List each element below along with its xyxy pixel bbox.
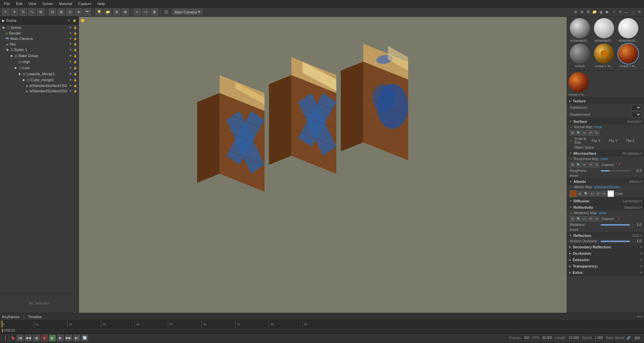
menu-view[interactable]: View — [26, 1, 39, 6]
displacement-dropdown[interactable] — [631, 112, 641, 117]
preview-thumb-ai2[interactable]: aiStandardS... — [593, 18, 615, 42]
tool-undo[interactable]: ↩ — [133, 8, 141, 16]
tree-lock-aisurface1[interactable]: 🔒 — [73, 84, 77, 88]
menu-scene[interactable]: Scene — [40, 1, 55, 6]
albedo-color-swatch[interactable] — [607, 190, 614, 197]
tree-item-cubemerge1[interactable]: ▶ ⊡ Cube_merge1 👁 🔒 — [0, 77, 79, 83]
tree-lock-render[interactable]: 🔒 — [73, 31, 77, 35]
tl-next-frame-btn[interactable]: ▶ — [57, 335, 64, 341]
tl-end-btn[interactable]: ▶| — [73, 335, 80, 341]
icon-check[interactable]: ✓ — [611, 9, 616, 15]
tree-eye-aisurface2[interactable]: 👁 — [69, 89, 73, 93]
tl-loop-btn[interactable]: 🔄 — [81, 335, 88, 341]
tree-eye-high[interactable]: 👁 — [69, 60, 73, 64]
tool-light[interactable]: 💡 — [95, 8, 103, 16]
transparency-header[interactable]: ▶ Transparency: ▾ — [567, 263, 644, 269]
tree-item-aisurface1[interactable]: ◈ aiStandardSurface1SG 👁 🔒 — [0, 83, 79, 88]
tree-lock-sky[interactable]: 🔒 — [73, 42, 77, 46]
tree-lock-low[interactable]: 🔒 — [73, 66, 77, 70]
tree-lock-lowpoly[interactable]: 🔒 — [73, 72, 77, 76]
tl-end-frame[interactable]: 300 — [633, 335, 642, 341]
tree-eye-cubemerge1[interactable]: 👁 — [69, 78, 73, 82]
tool-copy[interactable]: ⊞ — [113, 8, 120, 16]
tool-camera[interactable]: 📷 — [84, 8, 91, 16]
tool-snap[interactable]: ⊟ — [49, 8, 56, 16]
tree-item-high[interactable]: ⊡ High 👁 🔒 — [0, 59, 79, 65]
roughness-edit-btn[interactable]: ✏ — [582, 162, 587, 167]
tl-length-value[interactable]: 10.000 — [567, 335, 581, 340]
emissive-header[interactable]: ▶ Emissive: ▾ — [567, 257, 644, 263]
large-preview-sphere[interactable] — [568, 72, 589, 92]
icon-grid[interactable]: ⊞ — [579, 9, 585, 15]
tree-lock-bakegroup[interactable]: 🔒 — [73, 54, 77, 58]
normal-refresh-btn[interactable]: ↺ — [588, 130, 593, 136]
tree-item-aisurface2[interactable]: ◈ aiStandardSurface2SG 👁 🔒 — [0, 88, 79, 94]
tl-speed-value[interactable]: 1.000 — [593, 335, 605, 340]
roughness-slider[interactable] — [601, 170, 630, 172]
icon-folder2[interactable]: 📁 — [592, 9, 597, 15]
normal-clear-btn[interactable]: ✕ — [594, 130, 599, 136]
tree-lock-camera[interactable]: 🔒 — [73, 37, 77, 41]
tool-world[interactable]: ⊕ — [75, 8, 82, 16]
tree-eye-bakegroup[interactable]: 👁 — [69, 54, 73, 58]
tree-lock-scene[interactable]: 🔒 — [73, 26, 77, 30]
preview-thumb-default[interactable]: Default — [568, 44, 591, 68]
menu-file[interactable]: File — [1, 1, 13, 6]
tree-lock-aisurface2[interactable]: 🔒 — [73, 89, 77, 93]
tool-pivot[interactable]: ⊡ — [66, 8, 74, 16]
tl-prev-frame-btn[interactable]: ◀ — [33, 335, 40, 341]
roughness-settings-btn[interactable]: ⚙ — [570, 162, 575, 167]
tree-item-sky[interactable]: ☁ Sky 👁 🔒 — [0, 41, 79, 47]
albedo-thumb[interactable] — [570, 190, 576, 197]
camera-selector[interactable]: Main Camera ▾ — [172, 9, 203, 15]
preview-thumb-unreal2[interactable]: Unreal 4 Te... — [617, 44, 640, 68]
tree-eye-scene[interactable]: 👁 — [69, 26, 73, 30]
subdivision-dropdown[interactable] — [631, 105, 641, 110]
icon-restore[interactable]: □ — [630, 9, 636, 15]
menu-capture[interactable]: Capture — [76, 1, 94, 6]
tool-delete[interactable]: 🗑 — [151, 8, 158, 16]
roughness-refresh-btn[interactable]: ↺ — [588, 162, 593, 167]
tool-scale[interactable]: ⤡ — [28, 8, 36, 16]
reflection-section-header[interactable]: ▼ Reflection GGX ▾ — [567, 233, 644, 239]
tree-item-low[interactable]: ▶ ⊡ Low 👁 🔒 — [0, 65, 79, 71]
texture-section-header[interactable]: ▶ Texture — [567, 98, 644, 104]
tl-prev-btn[interactable]: ◀◀ — [25, 335, 32, 341]
metalness-channel-r[interactable]: R — [616, 217, 622, 221]
tree-item-scene[interactable]: ▶ ⬡ Scene 👁 🔒 — [0, 24, 79, 31]
tl-bookmark-btn[interactable]: 🔖 — [10, 335, 15, 341]
tree-lock-high[interactable]: 🔒 — [73, 60, 77, 64]
albedo-settings-btn[interactable]: ⚙ — [577, 191, 583, 196]
tree-lock-baker1[interactable]: 🔒 — [73, 48, 77, 52]
tree-eye-sky[interactable]: 👁 — [69, 42, 73, 46]
tl-frames-value[interactable]: 300 — [522, 335, 531, 340]
icon-minimize[interactable]: — — [624, 9, 629, 15]
tree-lock-cubemerge1[interactable]: 🔒 — [73, 78, 77, 82]
tl-start-btn[interactable]: |◀ — [17, 335, 24, 341]
preview-thumb-ai1[interactable]: aiStandardS... — [568, 18, 591, 42]
tl-next-btn[interactable]: ▶▶ — [65, 335, 72, 341]
tree-eye-render[interactable]: 👁 — [69, 31, 73, 35]
icon-close3[interactable]: ✕ — [637, 9, 642, 15]
icon-trash[interactable]: 🗑 — [598, 9, 604, 15]
occlusion-header[interactable]: ▶ Occlusion: ▾ — [567, 250, 644, 256]
tool-folder[interactable]: 📁 — [104, 8, 112, 16]
menu-edit[interactable]: Edit — [13, 1, 25, 6]
tree-item-render[interactable]: ⊙ Render 👁 🔒 — [0, 31, 79, 36]
preview-thumb-unreal1[interactable]: Unreal 4 Te... — [593, 44, 615, 68]
albedo-refresh-btn[interactable]: ↺ — [595, 191, 601, 196]
frame-current[interactable]: 1 — [2, 335, 9, 340]
timeline-drag-handle[interactable]: ⟺ — [637, 314, 642, 319]
tool-paste[interactable]: ⊠ — [122, 8, 129, 16]
reflectivity-section-header[interactable]: ▼ Reflectivity Metalness ▾ — [567, 204, 644, 210]
tree-item-baker1[interactable]: ▶ ⊡ Baker 1 👁 🔒 — [0, 47, 79, 53]
icon-close2[interactable]: ✕ — [617, 9, 623, 15]
tool-magnet[interactable]: ⊠ — [57, 8, 65, 16]
tool-transform[interactable]: ⊞ — [37, 8, 44, 16]
roughness-clear-btn[interactable]: ✕ — [594, 162, 599, 167]
secondary-reflection-header[interactable]: ▶ Secondary Reflection: ▾ — [567, 244, 644, 250]
diffusion-section-header[interactable]: ▼ Diffusion Lambertian ▾ — [567, 198, 644, 204]
preview-thumb-ai3[interactable]: aiStandardS... — [617, 18, 640, 42]
metalness-search-btn[interactable]: 🔍 — [576, 216, 581, 222]
roughness-search-btn[interactable]: 🔍 — [576, 162, 581, 167]
